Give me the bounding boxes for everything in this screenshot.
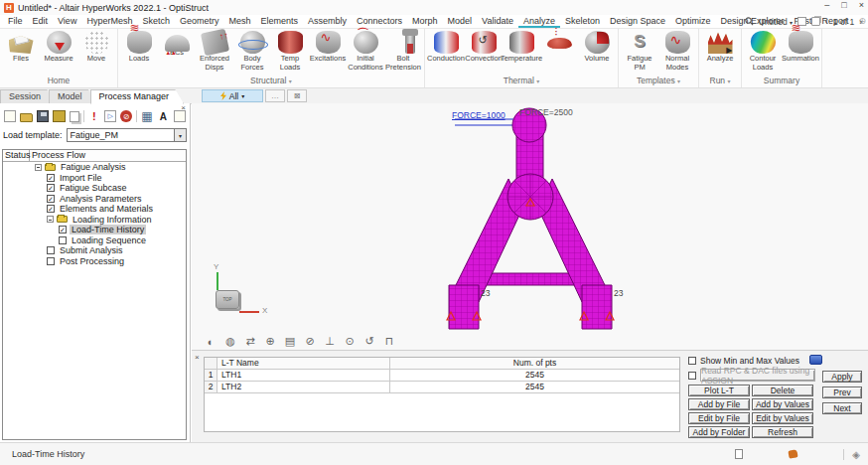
close-button[interactable]: × — [859, 0, 864, 10]
open-process-icon[interactable] — [20, 113, 32, 122]
show-minmax-checkbox[interactable] — [688, 357, 696, 365]
tree-item-import-file[interactable]: ✓Import File — [3, 173, 186, 184]
checkbox-checked[interactable]: ✓ — [59, 226, 67, 233]
menu-assembly[interactable]: Assembly — [303, 15, 352, 28]
checkbox-unchecked[interactable] — [59, 236, 67, 244]
edit-by-values-button[interactable]: Edit by Values — [752, 412, 813, 424]
report-icon[interactable] — [174, 110, 186, 122]
read-rpc-button[interactable]: Read RPC & DAC files using ASSIGN — [700, 369, 815, 382]
graphics-viewport[interactable]: FORCE=1000 FORCE=2500 23 23 Y TOP X ◐ ◍ … — [192, 103, 868, 350]
text-view-icon[interactable]: A — [157, 110, 169, 122]
ribbon-enforced-disps[interactable]: Enforced Disps — [196, 29, 233, 75]
tree-item-loading-information[interactable]: Loading Information — [3, 215, 186, 226]
chevron-down-icon[interactable]: ▾ — [174, 129, 186, 141]
tree-item-post-processing[interactable]: Post Processing — [3, 256, 186, 267]
view-mode-icon[interactable]: ◐ — [204, 335, 217, 348]
session-name[interactable]: Untitled ▾ — [759, 17, 793, 27]
tab-model[interactable]: Model — [49, 89, 97, 104]
ribbon-flux[interactable]: Flux — [540, 29, 578, 75]
read-rpc-checkbox[interactable] — [688, 372, 696, 380]
ribbon-initial-conditions[interactable]: Initial Conditions — [347, 29, 384, 75]
ribbon-files[interactable]: Files — [2, 29, 40, 75]
menu-file[interactable]: File — [3, 15, 28, 28]
pan-icon[interactable]: ⇄ — [243, 335, 257, 348]
ribbon-loads[interactable]: Loads — [120, 29, 158, 75]
menu-geometry[interactable]: Geometry — [175, 15, 224, 28]
copy-process-icon[interactable] — [70, 111, 79, 122]
ribbon-summation[interactable]: Summation — [782, 29, 819, 75]
model-status-icon[interactable] — [789, 449, 798, 458]
menu-sketch[interactable]: Sketch — [137, 15, 175, 28]
ribbon-normal-modes[interactable]: Normal Modes — [658, 29, 696, 75]
tree-item-analysis-parameters[interactable]: ✓Analysis Parameters — [3, 194, 186, 205]
ribbon-fatigue-pm[interactable]: SFatigue PM — [621, 29, 658, 75]
ribbon-temp-loads[interactable]: Temp Loads — [271, 29, 309, 75]
mesh-model[interactable] — [437, 103, 636, 337]
ribbon-temperature[interactable]: Temperature — [503, 29, 540, 75]
menu-model[interactable]: Model — [443, 15, 478, 28]
checkbox-checked[interactable]: ✓ — [47, 174, 55, 182]
checkbox-unchecked[interactable] — [47, 246, 55, 254]
table-view-icon[interactable]: ▦ — [141, 110, 153, 122]
validate-icon[interactable]: ! — [88, 110, 100, 122]
tab-process-manager[interactable]: Process Manager — [90, 89, 185, 104]
session-doc-icon[interactable] — [735, 449, 743, 459]
ribbon-convection[interactable]: Convection — [465, 29, 503, 75]
tree-item-submit-analysis[interactable]: Submit Analysis — [3, 245, 186, 256]
display-options-icon[interactable]: ▤ — [283, 335, 297, 348]
collapse-icon[interactable] — [35, 164, 42, 171]
apply-button[interactable]: Apply — [822, 371, 862, 383]
menu-morph[interactable]: Morph — [407, 15, 443, 28]
load-template-select[interactable]: Fatigue_PM ▾ — [67, 128, 187, 142]
triad-icon[interactable]: ⊥ — [323, 335, 337, 348]
search-icon[interactable] — [745, 17, 754, 26]
page-next-button[interactable]: › — [859, 17, 862, 27]
abort-icon[interactable]: ⊘ — [120, 110, 131, 122]
import-process-icon[interactable] — [53, 110, 65, 122]
entity-filter-dropdown[interactable]: All ▾ — [202, 89, 263, 102]
maximize-button[interactable]: □ — [841, 0, 846, 10]
delete-button[interactable]: Delete — [752, 385, 813, 396]
tree-item-elements-and-materials[interactable]: ✓Elements and Materials — [3, 204, 186, 215]
view-cube[interactable]: TOP — [216, 290, 239, 309]
update-icon[interactable]: ▷ — [104, 110, 116, 122]
menu-optimize[interactable]: Optimize — [670, 15, 716, 28]
minimize-button[interactable]: – — [824, 0, 829, 10]
refresh-button[interactable]: Refresh — [752, 426, 813, 438]
edit-by-file-button[interactable]: Edit by File — [688, 412, 750, 424]
ribbon-bolt-pretension[interactable]: Bolt Pretension — [384, 29, 422, 75]
menu-mesh[interactable]: Mesh — [223, 15, 255, 28]
ribbon-analyze[interactable]: Analyze — [701, 29, 739, 75]
tree-item-loading-sequence[interactable]: Loading Sequence — [3, 235, 186, 246]
checkbox-checked[interactable]: ✓ — [47, 195, 55, 203]
menu-validate[interactable]: Validate — [477, 15, 518, 28]
menu-skeleton[interactable]: Skeleton — [560, 15, 605, 28]
checkbox-checked[interactable]: ✓ — [47, 205, 55, 213]
table-row[interactable]: 2 LTH2 2545 — [205, 382, 679, 393]
tree-item-fatigue-analysis[interactable]: Fatigue Analysis — [3, 162, 186, 173]
mask-icon[interactable]: ⊘ — [303, 335, 317, 348]
entity-more-button[interactable]: … — [265, 89, 285, 102]
panel-close-icon[interactable]: × — [195, 353, 200, 362]
menu-edit[interactable]: Edit — [28, 15, 54, 28]
next-button[interactable]: Next — [822, 402, 862, 414]
add-by-folder-button[interactable]: Add by Folder — [688, 426, 750, 438]
prev-button[interactable]: Prev — [822, 387, 862, 398]
ribbon-excitations[interactable]: Excitations — [309, 29, 347, 75]
checkbox-checked[interactable]: ✓ — [47, 184, 55, 192]
page-layout-icon[interactable] — [811, 17, 820, 26]
rotate-view-icon[interactable]: ↺ — [362, 335, 376, 348]
lock-view-icon[interactable]: ⊓ — [382, 335, 396, 348]
ribbon-body-forces[interactable]: Body Forces — [233, 29, 271, 75]
zoom-fit-icon[interactable]: ⊕ — [263, 335, 277, 348]
render-style-icon[interactable]: ◍ — [223, 335, 237, 348]
ribbon-bcs[interactable]: BCs — [158, 29, 196, 75]
save-process-icon[interactable] — [37, 110, 49, 122]
checkbox-unchecked[interactable] — [47, 257, 55, 265]
new-process-icon[interactable] — [4, 110, 16, 122]
nav-diamond-icon[interactable]: ◈ — [843, 449, 860, 460]
menu-elements[interactable]: Elements — [255, 15, 303, 28]
ribbon-contour-loads[interactable]: Contour Loads — [744, 29, 782, 75]
ribbon-move[interactable]: Move — [77, 29, 115, 75]
entity-fit-button[interactable]: ⊠ — [287, 89, 307, 102]
